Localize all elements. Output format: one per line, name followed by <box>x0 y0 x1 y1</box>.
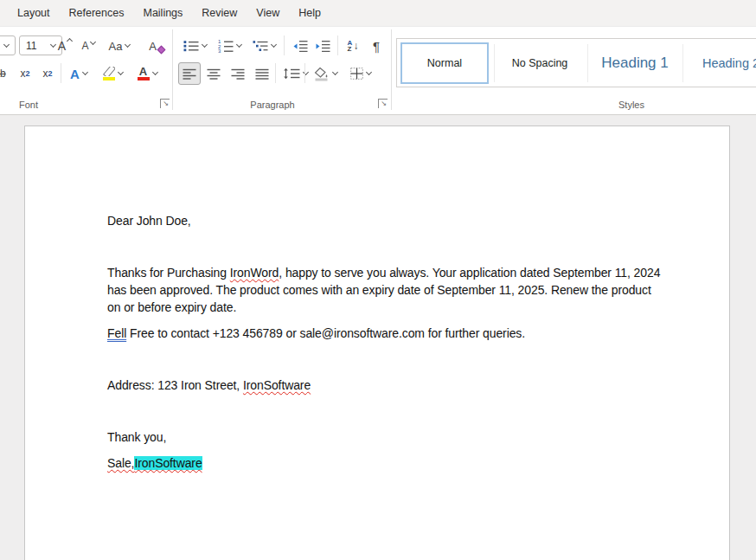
ribbon-tab-view[interactable]: View <box>256 7 279 19</box>
paragraph[interactable]: Fell Free to contact +123 456789 or sale… <box>107 325 660 342</box>
styles-gallery: Normal No Spacing Heading 1 Heading 2 <box>396 38 756 87</box>
style-heading-1[interactable]: Heading 1 <box>591 42 679 84</box>
text-run: Thank you, <box>107 430 166 444</box>
line-spacing-icon <box>283 68 300 80</box>
justify-button[interactable] <box>251 62 273 85</box>
increase-indent-button[interactable] <box>311 35 334 57</box>
text-effects-button[interactable]: A <box>64 62 93 85</box>
eraser-icon <box>157 46 165 55</box>
font-dialog-launcher[interactable]: ↘ <box>160 99 170 108</box>
strikethrough-button[interactable]: ab <box>0 62 9 85</box>
chevron-down-icon <box>3 41 10 47</box>
ribbon-tab-references[interactable]: References <box>69 7 125 19</box>
font-name-dropdown[interactable] <box>0 35 16 55</box>
shrink-font-icon: A <box>81 40 88 52</box>
svg-text:3: 3 <box>218 48 221 53</box>
chevron-down-icon <box>151 69 157 75</box>
paragraph[interactable]: Dear John Doe, <box>107 212 660 229</box>
paragraph[interactable]: Address: 123 Iron Street, IronSoftware <box>107 377 660 394</box>
paragraph-dialog-launcher[interactable]: ↘ <box>378 99 388 108</box>
clear-formatting-button[interactable]: A <box>144 35 170 57</box>
font-group-label: Font <box>19 100 38 110</box>
document-content: Dear John Doe,Thanks for Purchasing Iron… <box>107 212 660 480</box>
text-run: IronSoftware <box>243 378 311 392</box>
decrease-indent-button[interactable] <box>289 35 311 57</box>
chevron-down-icon <box>366 69 372 75</box>
text-run: Fell <box>107 326 126 340</box>
paragraph-group-label: Paragraph <box>235 100 310 110</box>
sort-icon: A Z <box>348 40 353 53</box>
font-size-value: 11 <box>26 40 36 52</box>
style-normal[interactable]: Normal <box>400 42 489 84</box>
justify-icon <box>255 68 269 80</box>
text-run: IronSoftware <box>134 456 202 470</box>
ribbon-tab-help[interactable]: Help <box>298 7 321 19</box>
ribbon-tab-mailings[interactable]: Mailings <box>143 7 183 19</box>
align-right-button[interactable] <box>227 62 249 85</box>
pilcrow-icon: ¶ <box>373 39 380 54</box>
style-heading-2[interactable]: Heading 2 <box>688 42 756 84</box>
line-spacing-button[interactable] <box>279 62 311 85</box>
subscript-button[interactable]: x2 <box>14 62 36 85</box>
clear-formatting-icon: A <box>149 40 157 53</box>
chevron-down-icon <box>270 42 276 48</box>
superscript-button[interactable]: x2 <box>36 62 59 85</box>
bullets-button[interactable] <box>178 35 211 57</box>
paragraph[interactable]: Thanks for Purchasing IronWord, happy to… <box>107 264 660 316</box>
ribbon-tab-layout[interactable]: Layout <box>17 7 50 19</box>
highlight-button[interactable] <box>97 62 128 85</box>
chevron-down-icon <box>117 69 123 75</box>
change-case-button[interactable]: Aa <box>102 35 137 57</box>
chevron-down-icon <box>125 42 131 48</box>
font-color-button[interactable]: A <box>131 62 163 85</box>
change-case-icon: Aa <box>109 40 123 53</box>
bullets-icon <box>183 40 199 52</box>
font-color-bar <box>138 77 150 80</box>
paragraph[interactable] <box>107 402 660 420</box>
text-run: Dear John Doe, <box>107 214 191 228</box>
chevron-down-icon <box>82 69 88 75</box>
borders-icon <box>350 68 363 80</box>
document-page[interactable]: Dear John Doe,Thanks for Purchasing Iron… <box>24 126 730 560</box>
text-run: Thanks for Purchasing <box>107 266 230 280</box>
text-effects-icon: A <box>70 67 80 81</box>
document-area: Dear John Doe,Thanks for Purchasing Iron… <box>0 115 756 560</box>
multilevel-list-button[interactable] <box>247 35 280 57</box>
shading-button[interactable] <box>310 62 341 85</box>
ribbon-tab-review[interactable]: Review <box>202 7 237 19</box>
borders-button[interactable] <box>344 62 377 85</box>
align-right-icon <box>231 68 245 80</box>
paragraph[interactable] <box>107 351 660 368</box>
align-left-button[interactable] <box>178 62 201 85</box>
chevron-down-icon <box>331 69 337 75</box>
numbering-icon: 1 2 3 <box>218 39 234 53</box>
paragraph[interactable]: Sale,IronSoftware <box>107 454 660 472</box>
paragraph[interactable]: Thank you, <box>107 428 660 446</box>
show-formatting-button[interactable]: ¶ <box>367 35 386 57</box>
text-run: has been approved. The product comes wit… <box>107 283 651 297</box>
chevron-down-icon <box>235 42 241 48</box>
numbering-button[interactable]: 1 2 3 <box>213 35 246 57</box>
shading-bucket-icon <box>314 67 330 81</box>
text-run: on or before expiry date. <box>107 300 236 314</box>
styles-group-label: Styles <box>610 100 653 110</box>
caret-up-icon <box>67 37 73 43</box>
ribbon-tab-bar: Layout References Mailings Review View H… <box>0 0 756 27</box>
sort-button[interactable]: A Z ↓ <box>341 35 365 57</box>
decrease-indent-icon <box>292 40 308 52</box>
text-run: Sale, <box>107 456 134 470</box>
style-no-spacing[interactable]: No Spacing <box>497 42 582 84</box>
text-run: Address: 123 Iron Street, <box>107 378 243 392</box>
caret-down-icon <box>89 38 95 44</box>
shrink-font-button[interactable]: A <box>78 35 99 57</box>
chevron-down-icon <box>302 69 308 75</box>
align-center-button[interactable] <box>202 62 225 85</box>
paragraph[interactable] <box>107 238 660 255</box>
grow-font-button[interactable]: A <box>54 35 76 57</box>
text-run: IronWord <box>230 266 279 280</box>
chevron-down-icon <box>201 42 207 48</box>
strikethrough-icon: ab <box>0 68 6 80</box>
highlighter-pen-icon <box>103 67 115 76</box>
grow-font-icon: A <box>58 39 66 53</box>
multilevel-list-icon <box>253 40 268 52</box>
